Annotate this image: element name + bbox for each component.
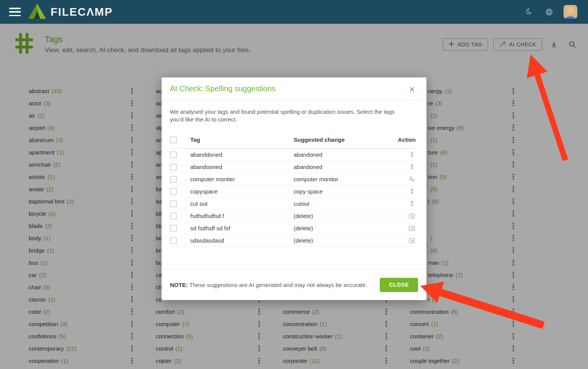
suggestions-rows: abanddoned abandoned — [170, 149, 418, 247]
modal-title: AI Check: Spelling suggestions — [170, 84, 276, 93]
suggestion-change: copy space — [294, 188, 391, 195]
suggestion-tag: sd fsdfsdf sd fsf — [190, 225, 294, 231]
suggestion-change: computer monitor — [294, 176, 391, 182]
modal-note: NOTE: These suggestions are AI generated… — [170, 282, 367, 288]
logo-text: FILECΛMP — [51, 6, 113, 18]
suggestion-row: sdasdasdasd (delete) — [170, 235, 418, 247]
backspace-icon[interactable] — [407, 237, 416, 244]
modal-footer: NOTE: These suggestions are AI generated… — [162, 269, 426, 300]
backspace-icon[interactable] — [407, 212, 416, 220]
row-checkbox[interactable] — [170, 151, 177, 158]
suggestion-tag: sdasdasdasd — [190, 237, 294, 244]
suggestion-row: sd fsdfsdf sd fsf (delete) — [170, 222, 418, 235]
merge-icon[interactable] — [408, 200, 416, 208]
tent-logo-icon — [28, 3, 46, 20]
merge-icon[interactable] — [408, 151, 416, 159]
suggestion-tag: copyspace — [190, 188, 294, 195]
suggestion-tag: abanddoned — [190, 151, 294, 158]
suggestion-row: copyspace copy space — [170, 185, 418, 198]
top-navigation-bar: FILECΛMP — [0, 0, 588, 24]
filecamp-logo[interactable]: FILECΛMP — [28, 3, 113, 20]
suggestion-tag: computer moniter — [190, 176, 294, 182]
column-header-tag: Tag — [190, 136, 294, 143]
suggestion-change: abandoned — [294, 164, 391, 170]
row-checkbox[interactable] — [170, 188, 177, 195]
backspace-icon[interactable] — [407, 225, 416, 232]
user-avatar[interactable] — [564, 5, 577, 19]
suggestion-change: abandoned — [294, 151, 391, 158]
suggestions-table-header: Tag Suggested change Action — [170, 131, 418, 149]
note-text: These suggestions are AI generated and m… — [188, 282, 367, 288]
suggestion-row: cut out cutout — [170, 198, 418, 210]
close-button[interactable]: CLOSE — [380, 278, 418, 292]
suggestion-change: (delete) — [294, 237, 391, 244]
note-label: NOTE: — [170, 282, 188, 288]
row-checkbox[interactable] — [170, 200, 177, 207]
column-header-action: Action — [391, 136, 418, 143]
modal-description: We analysed your tags and found potentia… — [162, 100, 414, 126]
dark-mode-moon-icon[interactable] — [525, 7, 534, 16]
column-header-suggested: Suggested change — [294, 136, 391, 143]
row-checkbox[interactable] — [170, 213, 177, 220]
suggestion-tag: cut out — [190, 200, 294, 207]
select-all-checkbox[interactable] — [170, 136, 177, 143]
suggestion-row: fsdfsdfsdfsd f (delete) — [170, 210, 418, 222]
close-icon[interactable]: ✕ — [404, 82, 420, 97]
suggestion-change: (delete) — [294, 213, 391, 219]
row-checkbox[interactable] — [170, 225, 177, 232]
modal-header: AI Check: Spelling suggestions ✕ — [162, 77, 426, 100]
ai-check-modal: AI Check: Spelling suggestions ✕ We anal… — [162, 77, 426, 300]
row-checkbox[interactable] — [170, 237, 177, 244]
suggestion-row: abandooned abandoned — [170, 161, 418, 173]
suggestion-row: computer moniter computer monitor — [170, 173, 418, 185]
suggestion-tag: fsdfsdfsdfsd f — [190, 213, 294, 219]
hamburger-menu-icon[interactable] — [9, 8, 21, 16]
suggestion-change: (delete) — [294, 225, 391, 231]
suggestions-table: Tag Suggested change Action abanddoned a… — [170, 131, 418, 247]
suggestion-change: cutout — [294, 200, 391, 207]
row-checkbox[interactable] — [170, 164, 177, 171]
merge-icon[interactable] — [408, 188, 416, 195]
merge-icon[interactable] — [408, 163, 416, 171]
suggestion-row: abanddoned abandoned — [170, 149, 418, 161]
spellcheck-icon[interactable] — [408, 175, 416, 183]
language-globe-icon[interactable] — [544, 7, 554, 16]
suggestion-tag: abandooned — [190, 164, 294, 170]
row-checkbox[interactable] — [170, 176, 177, 183]
